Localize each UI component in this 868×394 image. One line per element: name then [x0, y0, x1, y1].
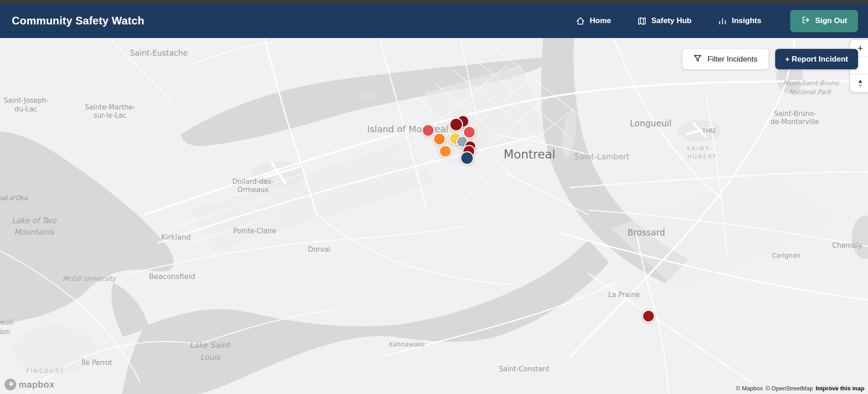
attribution-osm-link[interactable]: © OpenStreetMap: [765, 385, 813, 392]
improve-this-map-link[interactable]: Improve this map: [816, 385, 864, 392]
attribution-mapbox-link[interactable]: © Mapbox: [736, 385, 763, 392]
map-container: Saint-EustacheSaint-Joseph-du-LacSainte-…: [0, 38, 868, 394]
map-place-label: Saint-Constant: [499, 365, 549, 373]
incident-marker[interactable]: [643, 310, 654, 322]
nav-label: Home: [590, 16, 611, 25]
nav-item-safety-hub[interactable]: Safety Hub: [637, 16, 692, 26]
map-place-label: Brossard: [627, 227, 665, 237]
nav-label: Insights: [732, 16, 761, 25]
sign-out-icon: [801, 15, 810, 27]
map-place-label: Sainte-Marthe-: [85, 103, 135, 111]
app-title: Community Safety Watch: [12, 14, 144, 27]
incident-marker[interactable]: [422, 125, 434, 136]
map-place-label: Dorval: [308, 245, 330, 254]
map-attribution: © Mapbox © OpenStreetMap Improve this ma…: [736, 385, 864, 392]
filter-icon: [693, 54, 702, 65]
map-place-label: nal d'Oka: [0, 194, 28, 202]
header-nav: Home Safety Hub Insights: [576, 10, 858, 32]
sign-out-label: Sign Out: [815, 16, 847, 25]
map-place-label: Lake Saint-: [190, 341, 233, 350]
filter-label: Filter Incidents: [707, 55, 758, 64]
map-place-label: Louis: [200, 353, 220, 362]
map-place-label: Mountains: [14, 227, 54, 236]
map-place-label: Saint-Joseph-: [4, 96, 49, 105]
map-place-label: Saint-Bruno-: [774, 110, 816, 118]
map-place-label: La Prairie: [608, 291, 640, 299]
map-place-label: Montreal: [504, 148, 555, 161]
map-place-label: rion: [0, 328, 10, 336]
map-place-label: Beaconsfield: [149, 272, 195, 281]
map-place-label: de-Montarville: [770, 118, 819, 126]
map-place-label: Island of Montreal: [367, 124, 448, 135]
map-place-label: Kirkland: [161, 233, 191, 241]
map-place-label: reuil-: [0, 318, 15, 327]
map-place-label: PINCOURT: [26, 368, 64, 374]
map-place-label: Ormeaux: [237, 186, 268, 194]
map-place-label: sur-le-Lac: [94, 111, 127, 120]
nav-item-home[interactable]: Home: [576, 16, 611, 26]
incident-marker[interactable]: [461, 152, 473, 164]
map-place-label: Saint-Lambert: [575, 152, 630, 161]
map-place-label: du-Lac: [14, 105, 37, 113]
map-place-label: HUBERT: [687, 154, 717, 160]
map-place-label: Lake of Two: [12, 216, 57, 225]
mapbox-logo-text: mapbox: [19, 380, 55, 390]
map-icon: [637, 16, 647, 26]
bar-chart-icon: [718, 16, 727, 26]
compass-button[interactable]: ▲ ▼: [850, 74, 868, 92]
map-place-label: Dollard-des-: [232, 178, 273, 186]
home-icon: [576, 16, 585, 26]
nav-label: Safety Hub: [651, 16, 692, 25]
map-place-label: Longueuil: [630, 118, 672, 128]
report-incident-button[interactable]: + Report Incident: [775, 49, 858, 69]
sign-out-button[interactable]: Sign Out: [790, 10, 858, 32]
map-place-label: SAINT-: [687, 145, 712, 152]
incident-marker[interactable]: [439, 145, 451, 157]
map-place-label: Pointe-Claire: [234, 227, 277, 235]
map-place-label: Kahnawake: [388, 341, 425, 348]
mapbox-logo-icon: [5, 379, 16, 390]
map-place-label: National Park: [789, 88, 832, 96]
map-place-label: Mont-Saint-Bruno: [783, 79, 839, 86]
map-toolbar: Filter Incidents + Report Incident: [682, 49, 858, 69]
browser-strip: [0, 0, 868, 4]
filter-incidents-button[interactable]: Filter Incidents: [682, 49, 768, 69]
map-place-label: Chambly: [832, 241, 862, 250]
map-canvas[interactable]: Saint-EustacheSaint-Joseph-du-LacSainte-…: [0, 38, 868, 394]
map-place-label: Saint-Eustache: [130, 48, 188, 58]
map-place-label: McGill University: [62, 275, 116, 282]
map-place-label: Île Perrot: [81, 358, 112, 367]
mapbox-logo[interactable]: mapbox: [5, 379, 55, 390]
map-place-label: Carignan: [772, 252, 800, 259]
compass-down-icon: ▼: [858, 83, 863, 88]
nav-item-insights[interactable]: Insights: [718, 16, 761, 26]
incident-marker[interactable]: [463, 126, 475, 138]
map-place-label: YHU: [701, 127, 715, 134]
app-header: Community Safety Watch Home Safety Hub: [0, 4, 868, 38]
incident-marker[interactable]: [434, 133, 445, 145]
incident-marker[interactable]: [450, 118, 463, 131]
